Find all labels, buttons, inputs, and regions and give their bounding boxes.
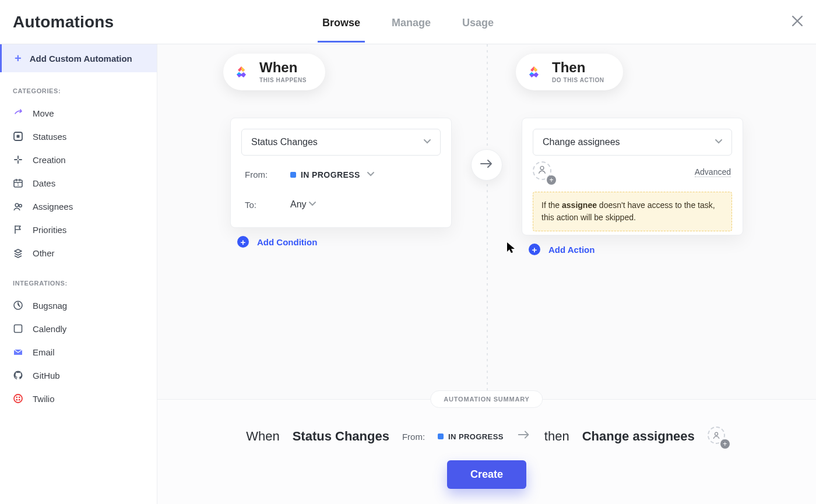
- assignees-icon: [13, 201, 23, 212]
- add-condition-button[interactable]: + Add Condition: [230, 236, 452, 248]
- creation-icon: [13, 154, 23, 165]
- statuses-icon: [13, 131, 23, 142]
- plus-circle-icon: +: [237, 236, 249, 248]
- to-label: To:: [245, 200, 277, 210]
- then-header: Then DO THIS ACTION: [516, 54, 623, 90]
- action-select[interactable]: Change assignees: [533, 129, 732, 156]
- when-subtitle: THIS HAPPENS: [259, 77, 307, 83]
- add-custom-label: Add Custom Automation: [30, 54, 132, 64]
- plus-icon: +: [15, 52, 22, 64]
- plus-circle-icon: +: [529, 244, 540, 255]
- summary-from-status: IN PROGRESS: [438, 432, 504, 441]
- sidebar-item-label: Dates: [33, 178, 55, 188]
- warning-box: If the assignee doesn't have access to t…: [533, 192, 732, 231]
- summary-from-label: From:: [402, 432, 425, 442]
- sidebar-item-label: Move: [33, 108, 54, 118]
- email-icon: [13, 347, 23, 357]
- trigger-select[interactable]: Status Changes: [241, 129, 441, 156]
- from-label: From:: [245, 170, 277, 179]
- sidebar-item-email[interactable]: Email: [0, 340, 157, 364]
- sidebar-item-label: Assignees: [33, 202, 73, 212]
- sidebar-item-label: Priorities: [33, 225, 66, 235]
- twilio-icon: [13, 393, 23, 404]
- sidebar-item-label: Creation: [33, 155, 66, 165]
- status-color-swatch: [290, 172, 296, 178]
- sidebar-item-move[interactable]: Move: [0, 101, 157, 125]
- tab-browse[interactable]: Browse: [318, 2, 365, 42]
- summary-when-word: When: [246, 429, 279, 444]
- close-icon: [792, 16, 803, 29]
- create-button[interactable]: Create: [447, 460, 526, 489]
- integrations-heading: INTEGRATIONS:: [0, 265, 157, 294]
- warning-bold: assignee: [562, 200, 597, 210]
- add-custom-automation-button[interactable]: + Add Custom Automation: [0, 44, 157, 72]
- chevron-down-icon: [424, 137, 431, 147]
- from-status-value: IN PROGRESS: [301, 170, 360, 179]
- chevron-down-icon: [715, 137, 722, 147]
- arrow-right-icon: [479, 156, 495, 174]
- top-nav: Browse Manage Usage: [318, 2, 498, 42]
- main-canvas: When THIS HAPPENS Status Changes From: I…: [157, 44, 816, 504]
- app-logo-icon: [231, 62, 251, 82]
- to-status-dropdown[interactable]: Any: [290, 199, 316, 210]
- sidebar-item-creation[interactable]: Creation: [0, 148, 157, 171]
- calendly-icon: [13, 323, 23, 334]
- sidebar-item-dates[interactable]: Dates: [0, 171, 157, 195]
- bugsnag-icon: [13, 300, 23, 311]
- when-column: When THIS HAPPENS Status Changes From: I…: [230, 77, 452, 399]
- sidebar-item-label: Bugsnag: [33, 301, 67, 311]
- app-logo-icon: [524, 62, 544, 82]
- summary-bar: AUTOMATION SUMMARY When Status Changes F…: [157, 399, 816, 504]
- tab-usage[interactable]: Usage: [458, 2, 498, 42]
- sidebar: + Add Custom Automation CATEGORIES: Move…: [0, 44, 157, 504]
- add-action-label: Add Action: [548, 245, 595, 255]
- when-title: When: [259, 61, 307, 75]
- when-card: Status Changes From: IN PROGRESS To:: [230, 118, 452, 228]
- sidebar-item-label: Calendly: [33, 324, 66, 334]
- to-status-value: Any: [290, 199, 307, 210]
- sidebar-item-statuses[interactable]: Statuses: [0, 125, 157, 148]
- summary-trigger: Status Changes: [293, 429, 389, 444]
- action-value: Change assignees: [543, 137, 620, 147]
- chevron-down-icon: [367, 170, 374, 179]
- summary-action: Change assignees: [582, 429, 695, 444]
- chevron-down-icon: [309, 199, 316, 210]
- arrow-right-icon: [516, 427, 532, 446]
- when-header: When THIS HAPPENS: [223, 54, 325, 90]
- summary-title: AUTOMATION SUMMARY: [430, 390, 543, 408]
- status-color-swatch: [438, 433, 444, 439]
- sidebar-item-bugsnag[interactable]: Bugsnag: [0, 294, 157, 317]
- assignee-picker[interactable]: +: [533, 161, 555, 184]
- trigger-value: Status Changes: [251, 137, 318, 147]
- summary-from-status-value: IN PROGRESS: [448, 432, 504, 441]
- sidebar-item-assignees[interactable]: Assignees: [0, 195, 157, 218]
- add-condition-label: Add Condition: [257, 237, 317, 247]
- page-title: Automations: [13, 13, 114, 31]
- sidebar-item-other[interactable]: Other: [0, 241, 157, 265]
- categories-heading: CATEGORIES:: [0, 72, 157, 101]
- close-button[interactable]: [789, 14, 806, 30]
- flow-arrow: [471, 149, 502, 181]
- add-badge-icon: +: [547, 175, 556, 185]
- from-status-dropdown[interactable]: IN PROGRESS: [290, 170, 374, 179]
- then-title: Then: [552, 61, 604, 75]
- user-icon: [537, 165, 547, 177]
- sidebar-item-priorities[interactable]: Priorities: [0, 218, 157, 241]
- cursor-icon: [507, 242, 515, 255]
- sidebar-item-label: Other: [33, 248, 55, 258]
- tab-manage[interactable]: Manage: [387, 2, 435, 42]
- sidebar-item-calendly[interactable]: Calendly: [0, 317, 157, 340]
- summary-then-word: then: [544, 429, 569, 444]
- sidebar-item-twilio[interactable]: Twilio: [0, 387, 157, 410]
- priorities-icon: [13, 224, 23, 235]
- github-icon: [13, 370, 23, 380]
- then-subtitle: DO THIS ACTION: [552, 77, 604, 83]
- sidebar-item-label: Email: [33, 347, 55, 357]
- sidebar-item-github[interactable]: GitHub: [0, 364, 157, 387]
- sidebar-item-label: Statuses: [33, 132, 66, 142]
- then-card: Change assignees + Advanced If the assig…: [522, 118, 743, 235]
- add-action-button[interactable]: + Add Action: [522, 244, 743, 255]
- advanced-link[interactable]: Advanced: [695, 167, 731, 177]
- sidebar-item-label: GitHub: [33, 371, 60, 380]
- move-icon: [13, 108, 23, 118]
